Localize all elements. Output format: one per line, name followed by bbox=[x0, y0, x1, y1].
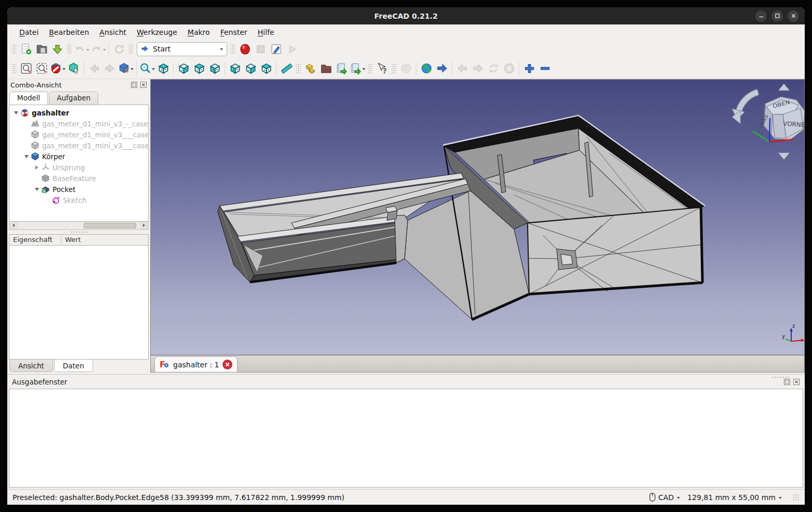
expander-expanded-icon[interactable] bbox=[33, 185, 40, 193]
close-tab-icon[interactable] bbox=[222, 360, 232, 369]
property-table-body[interactable] bbox=[9, 246, 149, 360]
scrollbar-thumb[interactable] bbox=[84, 223, 136, 228]
export-object-alt-button[interactable] bbox=[349, 61, 366, 76]
whats-this-button[interactable]: ? bbox=[374, 61, 390, 76]
view-front-button[interactable] bbox=[176, 61, 191, 76]
view-rear-button[interactable] bbox=[227, 61, 243, 76]
toolbar-handle[interactable] bbox=[231, 43, 235, 55]
toolbar-handle[interactable] bbox=[12, 63, 16, 74]
view-right-button[interactable] bbox=[207, 61, 222, 76]
new-document-button[interactable] bbox=[18, 41, 34, 57]
workbench-selector[interactable]: Start bbox=[137, 42, 227, 56]
resize-grip[interactable] bbox=[792, 494, 800, 501]
scroll-right-icon[interactable] bbox=[140, 222, 148, 229]
nav-cube-arrow-down[interactable] bbox=[778, 153, 790, 160]
tree-item-sketch[interactable]: Sketch bbox=[9, 195, 148, 206]
zoom-out-button[interactable] bbox=[537, 61, 553, 76]
tree-item-gas-meter-d1-mini-v3-case[interactable]: gas_meter_d1_mini_v3_-_case bbox=[9, 118, 148, 129]
3d-view[interactable]: OBEN VORNE LINKS bbox=[150, 79, 805, 355]
scroll-left-icon[interactable] bbox=[9, 222, 18, 229]
browser-back-button[interactable] bbox=[454, 61, 470, 76]
menu-werkzeuge[interactable]: Werkzeuge bbox=[132, 27, 182, 38]
view-axonometric-button[interactable] bbox=[155, 61, 171, 76]
tree-item-pocket[interactable]: Pocket bbox=[9, 184, 148, 195]
document-tab[interactable]: F gashalter : 1 bbox=[154, 356, 238, 372]
panel-splitter[interactable] bbox=[9, 230, 149, 234]
menu-makro[interactable]: Makro bbox=[183, 27, 215, 38]
nav-forward-button[interactable] bbox=[102, 61, 117, 76]
cad-model-gashalter[interactable] bbox=[218, 116, 705, 319]
zoom-button[interactable] bbox=[139, 61, 155, 76]
expander-expanded-icon[interactable] bbox=[12, 109, 19, 117]
view-left-button[interactable] bbox=[258, 61, 274, 76]
make-group-button[interactable] bbox=[318, 61, 334, 76]
view-size-selector[interactable]: 129,81 mm x 55,00 mm bbox=[685, 492, 784, 503]
tree-item-gas-meter-d1-mini-v3-case[interactable]: gas_meter_d1_mini_v3___case bbox=[9, 129, 148, 140]
start-page-button[interactable] bbox=[418, 61, 434, 76]
tree-item-basefeature[interactable]: BaseFeature bbox=[9, 173, 148, 184]
macro-edit-button[interactable] bbox=[268, 41, 284, 57]
measure-distance-button[interactable] bbox=[279, 61, 294, 76]
macro-play-button[interactable] bbox=[284, 41, 299, 57]
menu-hilfe[interactable]: Hilfe bbox=[253, 27, 279, 38]
toolbar-handle[interactable] bbox=[392, 63, 396, 74]
edit-mode-button[interactable] bbox=[66, 61, 82, 76]
browser-refresh-button[interactable] bbox=[486, 61, 501, 76]
close-output-icon[interactable] bbox=[793, 378, 800, 386]
menu-bearbeiten[interactable]: Bearbeiten bbox=[44, 27, 94, 38]
3d-model-canvas[interactable]: OBEN VORNE LINKS bbox=[151, 80, 804, 355]
float-panel-icon[interactable] bbox=[130, 81, 138, 88]
tab-modell[interactable]: Modell bbox=[9, 92, 48, 105]
browser-forward-button[interactable] bbox=[470, 61, 486, 76]
toolbar-handle[interactable] bbox=[67, 43, 71, 55]
nav-back-button[interactable] bbox=[86, 61, 102, 76]
tree-item-ursprung[interactable]: Ursprung bbox=[9, 162, 148, 173]
close-button[interactable] bbox=[788, 10, 799, 22]
output-splitter-handle[interactable] bbox=[771, 376, 790, 378]
tree-item-gashalter[interactable]: gashalter bbox=[9, 107, 148, 118]
view-isometric-button[interactable] bbox=[117, 61, 134, 76]
navigation-cube[interactable]: OBEN VORNE LINKS bbox=[732, 84, 804, 160]
nav-cube-arrow-up[interactable] bbox=[778, 84, 790, 91]
fit-selection-button[interactable] bbox=[34, 61, 49, 76]
refresh-button[interactable] bbox=[111, 41, 127, 57]
title-bar[interactable]: FreeCAD 0.21.2 bbox=[7, 7, 805, 24]
expander-expanded-icon[interactable] bbox=[23, 152, 30, 160]
maximize-button[interactable] bbox=[771, 10, 783, 22]
menu-datei[interactable]: Datei bbox=[15, 27, 43, 38]
close-panel-icon[interactable] bbox=[140, 81, 147, 88]
expander-collapsed-icon[interactable] bbox=[33, 165, 40, 170]
float-output-icon[interactable] bbox=[783, 378, 791, 386]
browser-stop-button[interactable] bbox=[501, 61, 517, 76]
fit-all-button[interactable] bbox=[18, 61, 34, 76]
minimize-button[interactable] bbox=[755, 10, 767, 22]
tab-daten[interactable]: Daten bbox=[54, 360, 93, 372]
menu-fenster[interactable]: Fenster bbox=[216, 27, 252, 38]
toolbar-handle[interactable] bbox=[129, 43, 133, 55]
zoom-in-button[interactable] bbox=[521, 61, 537, 76]
model-tree[interactable]: gashaltergas_meter_d1_mini_v3_-_casegas_… bbox=[9, 105, 149, 222]
draw-style-button[interactable] bbox=[49, 61, 66, 76]
undo-button[interactable] bbox=[73, 41, 90, 57]
view-top-button[interactable] bbox=[191, 61, 207, 76]
export-object-button[interactable] bbox=[334, 61, 349, 76]
menu-ansicht[interactable]: Ansicht bbox=[95, 27, 131, 38]
tree-item-k-rper[interactable]: Körper bbox=[9, 151, 148, 162]
tree-horizontal-scrollbar[interactable] bbox=[9, 222, 149, 230]
nav-cube-face-front[interactable]: VORNE bbox=[783, 120, 804, 129]
web-page-button[interactable] bbox=[398, 61, 414, 76]
output-content[interactable] bbox=[9, 389, 803, 488]
open-folder-button[interactable] bbox=[34, 41, 49, 57]
toolbar-handle[interactable] bbox=[296, 63, 300, 74]
redo-button[interactable] bbox=[90, 41, 107, 57]
macro-record-button[interactable] bbox=[237, 41, 253, 57]
tree-item-gas-meter-d1-mini-v3-case[interactable]: gas_meter_d1_mini_v3___case bbox=[9, 140, 148, 151]
save-button[interactable] bbox=[49, 41, 65, 57]
toolbar-handle[interactable] bbox=[368, 63, 372, 74]
macro-stop-button[interactable] bbox=[253, 41, 268, 57]
tab-aufgaben[interactable]: Aufgaben bbox=[49, 92, 98, 105]
part-simple-copy-button[interactable] bbox=[303, 61, 318, 76]
view-bottom-button[interactable] bbox=[243, 61, 258, 76]
tab-ansicht[interactable]: Ansicht bbox=[9, 360, 53, 372]
navigation-style-selector[interactable]: CAD bbox=[647, 492, 682, 503]
